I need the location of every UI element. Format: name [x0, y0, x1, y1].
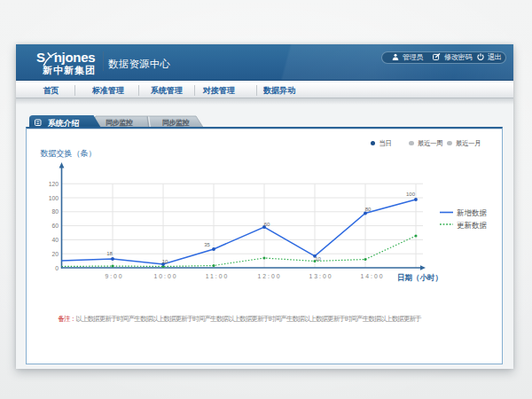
svg-text:10:00: 10:00 [153, 273, 177, 279]
svg-text:18: 18 [106, 251, 113, 256]
svg-text:0: 0 [55, 264, 59, 270]
svg-text:11:00: 11:00 [205, 273, 229, 279]
svg-text:80: 80 [364, 207, 371, 212]
svg-text:新增数据: 新增数据 [457, 208, 488, 217]
svg-text:80: 80 [51, 208, 59, 215]
svg-text:12:00: 12:00 [257, 273, 281, 279]
svg-text:35: 35 [204, 242, 210, 247]
svg-text:100: 100 [405, 191, 415, 196]
svg-text:同步监控: 同步监控 [106, 119, 133, 127]
svg-text:10: 10 [161, 258, 168, 263]
svg-text:120: 120 [48, 180, 59, 186]
svg-text:日期（小时）: 日期（小时） [397, 273, 442, 282]
svg-text:更新数据: 更新数据 [457, 220, 488, 229]
svg-text:14:00: 14:00 [360, 273, 384, 279]
svg-text:13:00: 13:00 [309, 273, 332, 279]
svg-text:同步监控: 同步监控 [162, 119, 190, 127]
svg-text:60: 60 [51, 223, 59, 229]
svg-text:10: 10 [315, 255, 321, 261]
svg-text:9:00: 9:00 [105, 273, 123, 279]
svg-text:100: 100 [48, 194, 59, 200]
svg-text:20: 20 [51, 250, 59, 256]
svg-text:60: 60 [263, 221, 270, 226]
svg-text:40: 40 [51, 237, 59, 243]
